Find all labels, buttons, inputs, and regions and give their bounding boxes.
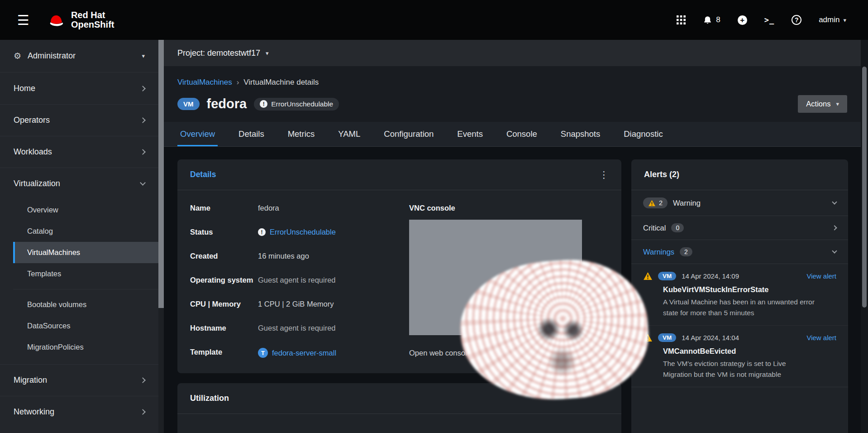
- sidebar-item-workloads[interactable]: Workloads: [0, 136, 158, 168]
- actions-label: Actions: [806, 100, 830, 108]
- brand-line2: OpenShift: [71, 20, 114, 29]
- brand-line1: Red Hat: [71, 10, 114, 20]
- critical-count: 0: [671, 223, 684, 232]
- error-status-icon: !: [260, 100, 267, 108]
- project-selector[interactable]: Project: demotestwtf17 ▾: [164, 40, 861, 66]
- details-card-header: Details ⋮: [177, 159, 621, 190]
- sidebar-item-operators[interactable]: Operators: [0, 104, 158, 136]
- plus-circle-icon: +: [738, 15, 747, 25]
- tab-console[interactable]: Console: [504, 122, 540, 146]
- tab-events[interactable]: Events: [454, 122, 486, 146]
- breadcrumb-link-virtualmachines[interactable]: VirtualMachines: [177, 78, 232, 87]
- perspective-switcher[interactable]: ⚙ Administrator ▾: [0, 40, 158, 72]
- detail-label-status: Status: [190, 228, 258, 236]
- details-card-title[interactable]: Details: [190, 170, 216, 179]
- quick-create-button[interactable]: +: [738, 15, 747, 25]
- detail-value-hostname: Guest agent is required: [258, 324, 389, 332]
- warnings-label: Warnings: [643, 248, 674, 256]
- vnc-console-label: VNC console: [409, 204, 609, 212]
- sidebar-item-bootable-volumes[interactable]: Bootable volumes: [13, 294, 158, 315]
- help-button[interactable]: ?: [792, 15, 801, 25]
- app-launcher-button[interactable]: [677, 15, 686, 24]
- sidebar-nav: Home Operators Workloads Virtualization …: [0, 72, 158, 428]
- bell-icon: [703, 15, 712, 25]
- vm-kind-badge: VM: [177, 98, 200, 110]
- app-grid-icon: [677, 15, 686, 24]
- utilization-card-title: Utilization: [190, 394, 229, 403]
- warning-summary-label: Warning: [673, 199, 701, 207]
- sidebar-item-home[interactable]: Home: [0, 72, 158, 104]
- detail-value-cpu-memory: 1 CPU | 2 GiB Memory: [258, 300, 389, 308]
- notifications-button[interactable]: 8: [703, 15, 720, 25]
- sidebar-item-label: VirtualMachines: [27, 248, 80, 257]
- detail-value-os: Guest agent is required: [258, 276, 389, 284]
- alerts-critical-row[interactable]: Critical 0: [631, 216, 848, 240]
- alert-item: VM 14 Apr 2024, 14:04 View alert VMCanno…: [631, 325, 848, 387]
- view-alert-link[interactable]: View alert: [806, 272, 836, 280]
- sidebar-item-migration[interactable]: Migration: [0, 364, 158, 396]
- masthead-toolbar: 8 + >_ ? admin ▾: [677, 15, 846, 25]
- nav-toggle-button[interactable]: ☰: [13, 10, 34, 31]
- sidebar-item-label: Workloads: [14, 147, 52, 157]
- caret-down-icon: ▾: [142, 53, 145, 59]
- sidebar-item-label: DataSources: [27, 322, 70, 330]
- page-title: fedora: [207, 96, 247, 111]
- caret-down-icon: ▾: [836, 101, 839, 107]
- tab-snapshots[interactable]: Snapshots: [558, 122, 603, 146]
- chevron-right-icon: [140, 409, 146, 415]
- vm-kind-badge: VM: [658, 333, 676, 342]
- question-circle-icon: ?: [792, 15, 801, 25]
- sidebar-scrollbar-thumb[interactable]: [158, 40, 164, 308]
- status-link[interactable]: ErrorUnschedulable: [270, 228, 336, 236]
- detail-value-status: ! ErrorUnschedulable: [258, 228, 389, 236]
- tab-label: Configuration: [384, 129, 434, 139]
- chevron-right-icon: [140, 86, 146, 91]
- page-body: ⚙ Administrator ▾ Home Operators Workloa…: [0, 40, 868, 433]
- sidebar-item-datasources[interactable]: DataSources: [13, 315, 158, 337]
- vm-status-badge[interactable]: ! ErrorUnschedulable: [254, 98, 339, 111]
- tab-label: Diagnostic: [624, 129, 663, 139]
- tab-metrics[interactable]: Metrics: [285, 122, 318, 146]
- breadcrumb: VirtualMachines › VirtualMachine details: [177, 78, 847, 87]
- kebab-menu-icon[interactable]: ⋮: [599, 170, 609, 179]
- alerts-warning-summary-row[interactable]: 2 Warning: [631, 190, 848, 216]
- alert-meta-row: VM 14 Apr 2024, 14:09 View alert: [643, 272, 836, 280]
- alert-item: VM 14 Apr 2024, 14:09 View alert KubeVir…: [631, 264, 848, 325]
- tab-configuration[interactable]: Configuration: [381, 122, 436, 146]
- warning-triangle-icon: [648, 200, 656, 207]
- detail-label-cpu-memory: CPU | Memory: [190, 300, 258, 308]
- alerts-next-row-clipped: [631, 387, 848, 393]
- actions-dropdown-button[interactable]: Actions ▾: [798, 95, 847, 113]
- tab-label: YAML: [338, 129, 360, 139]
- sidebar-item-label: Templates: [27, 269, 61, 278]
- detail-label-hostname: Hostname: [190, 324, 258, 332]
- question-glyph: ?: [795, 16, 799, 24]
- tab-details[interactable]: Details: [236, 122, 267, 146]
- sidebar-item-catalog[interactable]: Catalog: [13, 221, 158, 242]
- sidebar-item-virtualization[interactable]: Virtualization: [0, 168, 158, 199]
- sidebar-item-label: MigrationPolicies: [27, 343, 84, 351]
- user-menu-button[interactable]: admin ▾: [819, 15, 846, 24]
- sidebar-item-templates[interactable]: Templates: [13, 263, 158, 284]
- chevron-right-icon: [832, 225, 837, 230]
- project-label: Project: demotestwtf17: [177, 48, 260, 58]
- sidebar-item-networking[interactable]: Networking: [0, 396, 158, 428]
- brand-logo: Red Hat OpenShift: [47, 10, 114, 29]
- sidebar-item-virt-overview[interactable]: Overview: [13, 199, 158, 221]
- sidebar-item-label: Operators: [14, 115, 50, 125]
- tab-overview[interactable]: Overview: [177, 122, 218, 146]
- user-name: admin: [819, 15, 839, 24]
- plus-glyph: +: [740, 16, 744, 24]
- brand-text: Red Hat OpenShift: [71, 10, 114, 29]
- web-terminal-button[interactable]: >_: [764, 15, 774, 24]
- tab-diagnostic[interactable]: Diagnostic: [621, 122, 665, 146]
- sidebar-item-virtualmachines[interactable]: VirtualMachines: [13, 242, 158, 263]
- tab-yaml[interactable]: YAML: [335, 122, 363, 146]
- chevron-down-icon: [832, 248, 837, 253]
- template-link[interactable]: fedora-server-small: [272, 349, 336, 357]
- sidebar-item-migrationpolicies[interactable]: MigrationPolicies: [13, 337, 158, 358]
- view-alert-link[interactable]: View alert: [806, 334, 836, 342]
- alerts-warnings-row[interactable]: Warnings 2: [631, 240, 848, 264]
- perspective-label: Administrator: [28, 51, 76, 61]
- page-scrollbar-thumb[interactable]: [862, 67, 867, 308]
